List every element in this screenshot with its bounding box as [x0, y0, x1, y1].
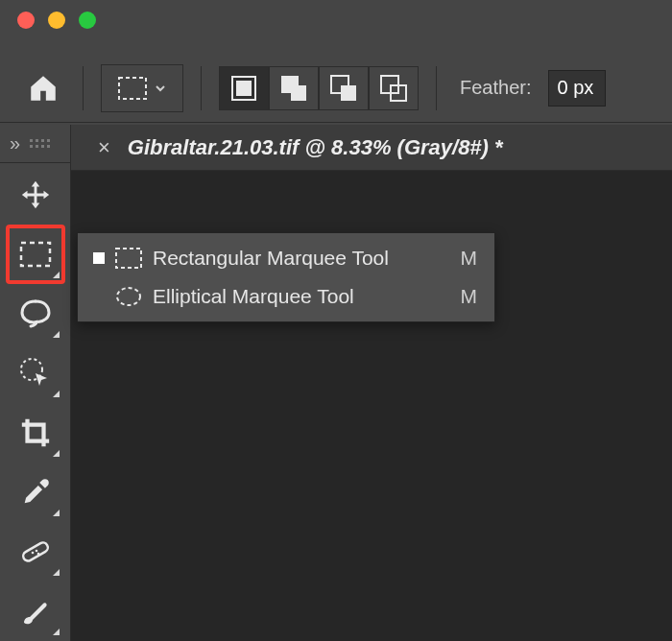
flyout-indicator-icon: [53, 331, 60, 338]
flyout-item-rectangular-marquee[interactable]: Rectangular Marquee Tool M: [78, 239, 494, 277]
drag-grip-icon: [30, 139, 55, 148]
eyedropper-icon: [19, 476, 52, 509]
expand-arrows-icon: »: [10, 132, 20, 154]
options-bar: Feather: 0 px: [0, 54, 672, 123]
window-controls: [17, 12, 96, 29]
brush-tool[interactable]: [8, 583, 63, 639]
svg-rect-4: [291, 85, 306, 101]
move-icon: [19, 178, 52, 211]
eyedropper-tool[interactable]: [8, 464, 63, 520]
svg-rect-0: [119, 78, 146, 99]
document-tab[interactable]: × Gibraltar.21.03.tif @ 8.33% (Gray/8#) …: [71, 125, 672, 171]
bandage-icon: [18, 534, 53, 569]
quick-select-tool[interactable]: [8, 345, 63, 401]
flyout-item-label: Rectangular Marquee Tool: [153, 247, 448, 270]
flyout-indicator-icon: [53, 272, 60, 278]
selection-subtract[interactable]: [319, 66, 369, 110]
flyout-item-shortcut: M: [458, 285, 477, 308]
selection-new[interactable]: [219, 66, 269, 110]
chevron-down-icon: [155, 83, 166, 94]
crop-icon: [19, 416, 52, 449]
selection-intersect[interactable]: [369, 66, 419, 110]
divider: [436, 66, 437, 110]
flyout-indicator-icon: [53, 629, 60, 635]
dashed-rect-icon: [19, 241, 52, 268]
home-icon: [27, 72, 60, 105]
feather-input[interactable]: 0 px: [548, 70, 606, 107]
spot-heal-tool[interactable]: [8, 524, 63, 580]
flyout-item-label: Elliptical Marquee Tool: [153, 285, 448, 308]
flyout-item-elliptical-marquee[interactable]: Elliptical Marquee Tool M: [78, 277, 494, 316]
feather-label: Feather:: [460, 77, 531, 99]
svg-rect-9: [21, 243, 50, 266]
home-button[interactable]: [21, 66, 65, 110]
tool-preset-dropdown[interactable]: [101, 64, 183, 112]
lasso-tool[interactable]: [8, 286, 63, 342]
two-squares-add-icon: [279, 74, 308, 103]
svg-point-13: [35, 550, 37, 553]
move-tool[interactable]: [8, 167, 63, 223]
quickselect-icon: [18, 356, 53, 391]
svg-point-12: [31, 552, 34, 555]
dashed-ellipse-icon: [114, 286, 143, 307]
close-window-button[interactable]: [17, 12, 35, 29]
brush-icon: [18, 594, 53, 629]
lasso-icon: [18, 297, 53, 330]
svg-point-14: [36, 553, 39, 556]
selection-add[interactable]: [269, 66, 319, 110]
flyout-indicator-icon: [53, 450, 60, 457]
divider: [83, 66, 84, 110]
marquee-tool[interactable]: [8, 226, 63, 282]
two-squares-sub-icon: [329, 74, 358, 103]
marquee-flyout-menu: Rectangular Marquee Tool M Elliptical Ma…: [77, 232, 495, 322]
flyout-indicator-icon: [53, 510, 60, 516]
flyout-indicator-icon: [53, 569, 60, 576]
flyout-item-shortcut: M: [458, 247, 477, 270]
document-title: Gibraltar.21.03.tif @ 8.33% (Gray/8#) *: [128, 135, 503, 160]
feather-value: 0 px: [557, 77, 593, 99]
svg-point-16: [117, 288, 140, 305]
svg-rect-15: [116, 249, 141, 268]
svg-rect-2: [236, 81, 252, 96]
active-indicator-icon: [93, 291, 105, 302]
flyout-indicator-icon: [53, 391, 60, 397]
active-indicator-icon: [93, 252, 105, 264]
zoom-window-button[interactable]: [79, 12, 96, 29]
tools-panel: »: [0, 125, 71, 641]
close-tab-button[interactable]: ×: [98, 135, 110, 160]
svg-rect-6: [341, 85, 356, 101]
two-squares-intersect-icon: [379, 74, 408, 103]
divider: [201, 66, 202, 110]
minimize-window-button[interactable]: [48, 12, 65, 29]
selection-mode-group: [219, 66, 419, 110]
crop-tool[interactable]: [8, 405, 63, 461]
square-filled-icon: [230, 75, 257, 102]
svg-rect-11: [21, 541, 49, 563]
dashed-rect-icon: [114, 248, 143, 269]
dashed-rect-icon: [118, 77, 147, 100]
tools-panel-header[interactable]: »: [0, 125, 70, 163]
